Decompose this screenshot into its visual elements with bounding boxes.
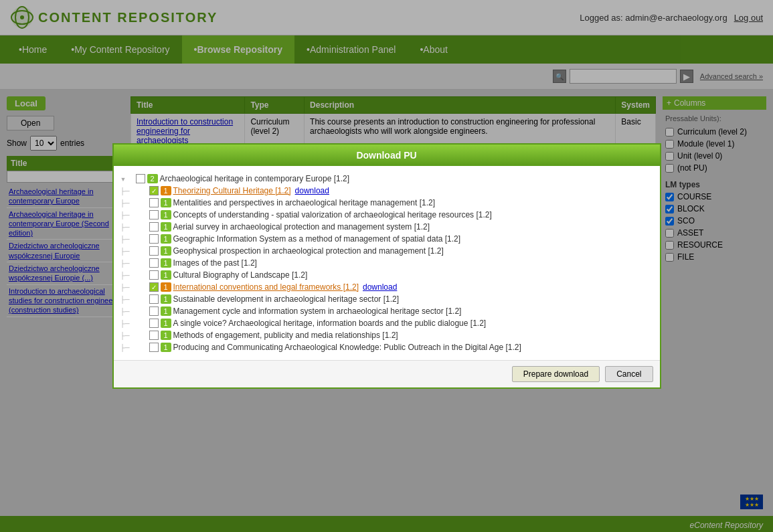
tree-link[interactable]: International conventions and legal fram… <box>173 282 359 292</box>
tree-label: A single voice? Archaeological heritage,… <box>173 319 487 328</box>
tree-label: Mentalities and perspectives in archaeol… <box>173 198 436 207</box>
tree-row: ├─1Methods of engagement, publicity and … <box>120 329 653 341</box>
tree-checkbox[interactable] <box>149 198 159 207</box>
tree-num-badge: 1 <box>161 246 171 256</box>
tree-indent: ▼ <box>120 174 134 183</box>
tree-indent: ├─ <box>120 282 147 292</box>
tree-num-badge: 1 <box>161 222 171 232</box>
tree-checkbox[interactable] <box>149 343 159 352</box>
modal-header: Download PU <box>114 145 660 166</box>
modal-tree: ▼2Archaeological heritage in contemporar… <box>120 173 653 353</box>
tree-indent: ├─ <box>120 319 147 328</box>
tree-indent: ├─ <box>120 210 147 219</box>
tree-link[interactable]: Theorizing Cultural Heritage [1.2] <box>173 186 291 195</box>
tree-num-badge: 1 <box>161 270 171 280</box>
tree-row: ├─1Aerial survey in archaeological prote… <box>120 221 653 233</box>
tree-checkbox[interactable] <box>149 306 159 316</box>
tree-num-badge: 1 <box>161 306 171 316</box>
tree-label: Geographic Information System as a metho… <box>173 234 461 244</box>
tree-row: ├─1A single voice? Archaeological herita… <box>120 317 653 329</box>
tree-indent: ├─ <box>120 343 147 352</box>
modal-overlay[interactable]: Download PU ▼2Archaeological heritage in… <box>0 0 773 532</box>
tree-indent: ├─ <box>120 270 147 280</box>
download-link[interactable]: download <box>363 282 397 292</box>
tree-checkbox[interactable] <box>149 258 159 268</box>
tree-num-badge: 1 <box>161 331 171 340</box>
tree-checkbox[interactable] <box>136 174 145 183</box>
tree-num-badge: 1 <box>161 258 171 268</box>
tree-label: Management cycle and information system … <box>173 306 462 316</box>
modal-body: ▼2Archaeological heritage in contemporar… <box>114 166 660 360</box>
tree-label: Producing and Communicating Archaeologic… <box>173 343 521 352</box>
prepare-download-button[interactable]: Prepare download <box>512 366 600 382</box>
tree-checkbox[interactable] <box>149 234 159 244</box>
tree-row: ├─1Concepts of understanding - spatial v… <box>120 209 653 221</box>
tree-checkbox[interactable] <box>149 331 159 340</box>
tree-row: ├─1Geophysical prospection in archaeolog… <box>120 245 653 257</box>
tree-checkbox[interactable]: ✓ <box>149 186 159 195</box>
tree-checkbox[interactable]: ✓ <box>149 282 159 292</box>
tree-indent: ├─ <box>120 222 147 232</box>
tree-row: ├─1Producing and Communicating Archaeolo… <box>120 341 653 353</box>
tree-checkbox[interactable] <box>149 319 159 328</box>
tree-indent: ├─ <box>120 258 147 268</box>
tree-num-badge: 1 <box>161 319 171 328</box>
tree-label: Geophysical prospection in archaeologica… <box>173 246 444 256</box>
tree-indent: ├─ <box>120 306 147 316</box>
tree-num-badge: 1 <box>161 198 171 207</box>
tree-num-badge: 1 <box>161 210 171 219</box>
tree-num-badge: 1 <box>161 186 171 195</box>
tree-label: Sustainable development in archaeologica… <box>173 294 400 304</box>
cancel-button[interactable]: Cancel <box>605 366 653 382</box>
tree-indent: ├─ <box>120 294 147 304</box>
tree-num-badge: 1 <box>161 294 171 304</box>
tree-checkbox[interactable] <box>149 246 159 256</box>
tree-num-badge: 2 <box>147 174 158 183</box>
tree-row: ├─✓1International conventions and legal … <box>120 281 653 293</box>
tree-checkbox[interactable] <box>149 222 159 232</box>
download-modal: Download PU ▼2Archaeological heritage in… <box>112 143 661 389</box>
tree-row: ├─1Management cycle and information syst… <box>120 305 653 317</box>
tree-num-badge: 1 <box>161 343 171 352</box>
tree-indent: ├─ <box>120 246 147 256</box>
tree-label: Cultural Biography of Landscape [1.2] <box>173 270 308 280</box>
tree-indent: ├─ <box>120 198 147 207</box>
tree-label: Theorizing Cultural Heritage [1.2]downlo… <box>173 186 329 195</box>
tree-indent: ├─ <box>120 234 147 244</box>
tree-label: Images of the past [1.2] <box>173 258 257 268</box>
tree-num-badge: 1 <box>161 234 171 244</box>
tree-label: Concepts of understanding - spatial valo… <box>173 210 492 219</box>
tree-row: ├─1Images of the past [1.2] <box>120 257 653 269</box>
tree-indent: ├─ <box>120 186 147 195</box>
tree-label: Aerial survey in archaeological protecti… <box>173 222 430 232</box>
tree-label: Methods of engagement, publicity and med… <box>173 331 398 340</box>
tree-row: ├─1Mentalities and perspectives in archa… <box>120 197 653 209</box>
tree-indent: ├─ <box>120 331 147 340</box>
tree-label: Archaeological heritage in contemporary … <box>160 174 350 183</box>
tree-row: ▼2Archaeological heritage in contemporar… <box>120 173 653 185</box>
tree-checkbox[interactable] <box>149 210 159 219</box>
tree-row: ├─✓1Theorizing Cultural Heritage [1.2]do… <box>120 185 653 197</box>
tree-checkbox[interactable] <box>149 270 159 280</box>
download-link[interactable]: download <box>295 186 329 195</box>
tree-row: ├─1Cultural Biography of Landscape [1.2] <box>120 269 653 281</box>
tree-label: International conventions and legal fram… <box>173 282 398 292</box>
tree-checkbox[interactable] <box>149 294 159 304</box>
tree-row: ├─1Sustainable development in archaeolog… <box>120 293 653 305</box>
tree-row: ├─1Geographic Information System as a me… <box>120 233 653 245</box>
modal-footer: Prepare download Cancel <box>114 360 660 387</box>
tree-num-badge: 1 <box>161 282 171 292</box>
